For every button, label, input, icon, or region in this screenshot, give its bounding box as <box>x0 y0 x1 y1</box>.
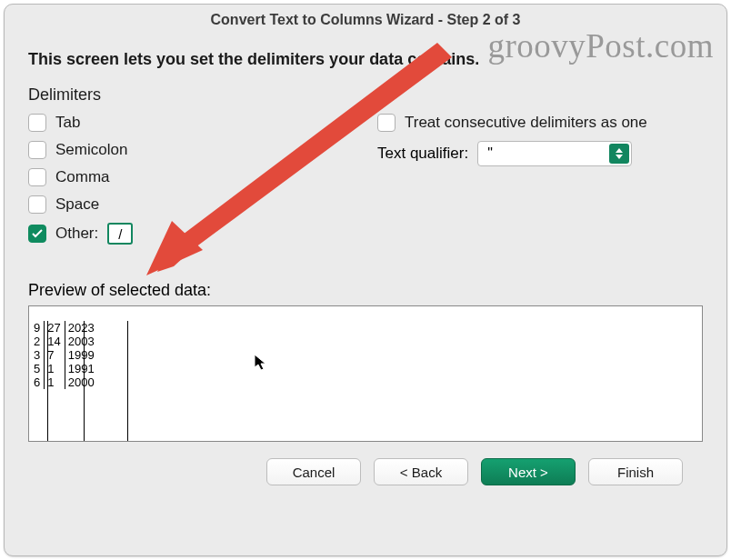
preview-area: 9272023 2142003 371999 511991 612000 <box>28 305 703 442</box>
chevron-updown-icon <box>609 144 629 164</box>
other-label: Other: <box>55 225 98 243</box>
table-row: 2142003 <box>31 335 98 348</box>
text-qualifier-label: Text qualifier: <box>377 145 468 163</box>
text-qualifier-value: " <box>487 145 493 162</box>
back-button[interactable]: < Back <box>374 458 468 485</box>
other-checkbox[interactable] <box>28 225 46 243</box>
text-qualifier-select[interactable]: " <box>477 141 632 166</box>
finish-button[interactable]: Finish <box>588 458 683 485</box>
other-delimiter-input[interactable] <box>107 223 133 245</box>
delimiters-heading: Delimiters <box>28 85 703 105</box>
preview-label: Preview of selected data: <box>28 281 703 300</box>
intro-text: This screen lets you set the delimiters … <box>28 50 703 69</box>
comma-checkbox[interactable] <box>28 168 46 186</box>
preview-table: 9272023 2142003 371999 511991 612000 <box>31 321 98 389</box>
semicolon-checkbox[interactable] <box>28 141 46 159</box>
tab-label: Tab <box>55 114 80 132</box>
cancel-button[interactable]: Cancel <box>266 458 361 485</box>
semicolon-label: Semicolon <box>55 141 127 159</box>
next-button[interactable]: Next > <box>481 458 576 485</box>
table-row: 371999 <box>31 348 98 362</box>
comma-label: Comma <box>55 168 110 186</box>
window-title: Convert Text to Columns Wizard - Step 2 … <box>5 5 726 37</box>
tab-checkbox[interactable] <box>28 114 46 132</box>
space-label: Space <box>55 195 99 214</box>
table-row: 612000 <box>31 375 98 389</box>
wizard-dialog: Convert Text to Columns Wizard - Step 2 … <box>4 4 727 556</box>
table-row: 9272023 <box>31 321 98 335</box>
treat-consecutive-checkbox[interactable] <box>377 114 396 132</box>
treat-consecutive-label: Treat consecutive delimiters as one <box>405 114 647 132</box>
table-row: 511991 <box>31 362 98 375</box>
space-checkbox[interactable] <box>28 195 46 214</box>
